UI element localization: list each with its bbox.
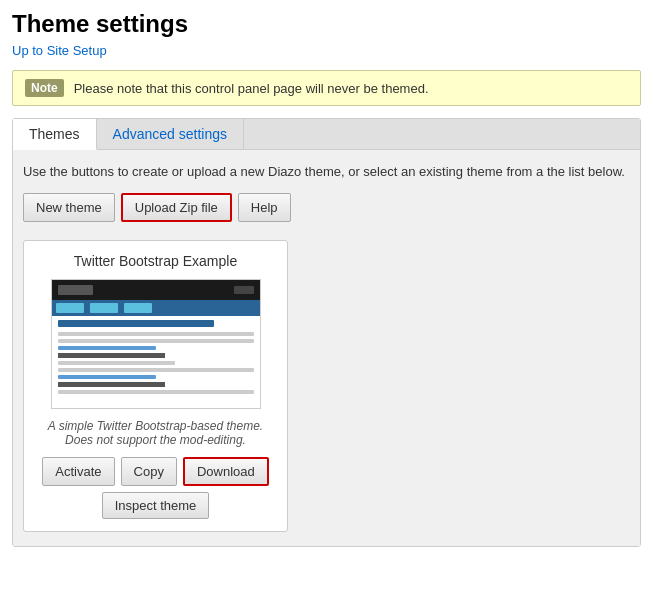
upload-zip-button[interactable]: Upload Zip file [121, 193, 232, 222]
preview-link-line [58, 346, 156, 350]
preview-line-short-1 [58, 361, 176, 365]
preview-subheading-1 [58, 353, 166, 358]
activate-button[interactable]: Activate [42, 457, 114, 486]
tab-advanced-settings[interactable]: Advanced settings [97, 119, 244, 149]
preview-header-bar [52, 280, 260, 300]
tab-content-themes: Use the buttons to create or upload a ne… [13, 150, 640, 546]
inspect-theme-button[interactable]: Inspect theme [102, 492, 210, 519]
preview-nav-item-2 [90, 303, 118, 313]
new-theme-button[interactable]: New theme [23, 193, 115, 222]
preview-line-2 [58, 339, 254, 343]
preview-logo [58, 285, 93, 295]
preview-welcome-heading [58, 320, 215, 327]
tab-themes[interactable]: Themes [13, 119, 97, 150]
preview-header-item [234, 286, 254, 294]
preview-nav-item-1 [56, 303, 84, 313]
copy-button[interactable]: Copy [121, 457, 177, 486]
themes-description: Use the buttons to create or upload a ne… [23, 164, 630, 179]
theme-description: A simple Twitter Bootstrap-based theme. … [36, 419, 275, 447]
page-wrapper: Theme settings Up to Site Setup Note Ple… [0, 0, 653, 606]
theme-card: Twitter Bootstrap Example [23, 240, 288, 532]
themes-list: Twitter Bootstrap Example [23, 240, 630, 532]
preview-nav-bar [52, 300, 260, 316]
theme-card-buttons-row2: Inspect theme [102, 492, 210, 519]
theme-card-title: Twitter Bootstrap Example [74, 253, 237, 269]
preview-line-3 [58, 368, 254, 372]
tabs-row: Themes Advanced settings [13, 119, 640, 150]
preview-line-1 [58, 332, 254, 336]
download-button[interactable]: Download [183, 457, 269, 486]
preview-body [52, 316, 260, 401]
action-buttons: New theme Upload Zip file Help [23, 193, 630, 222]
tabs-container: Themes Advanced settings Use the buttons… [12, 118, 641, 547]
preview-line-4 [58, 390, 254, 394]
preview-nav-item-3 [124, 303, 152, 313]
help-button[interactable]: Help [238, 193, 291, 222]
page-title: Theme settings [12, 10, 641, 38]
note-box: Note Please note that this control panel… [12, 70, 641, 106]
theme-preview [51, 279, 261, 409]
preview-link-line-2 [58, 375, 156, 379]
note-text: Please note that this control panel page… [74, 81, 429, 96]
note-label: Note [25, 79, 64, 97]
preview-subheading-2 [58, 382, 166, 387]
site-setup-link[interactable]: Up to Site Setup [12, 43, 107, 58]
theme-card-buttons: Activate Copy Download [42, 457, 268, 486]
